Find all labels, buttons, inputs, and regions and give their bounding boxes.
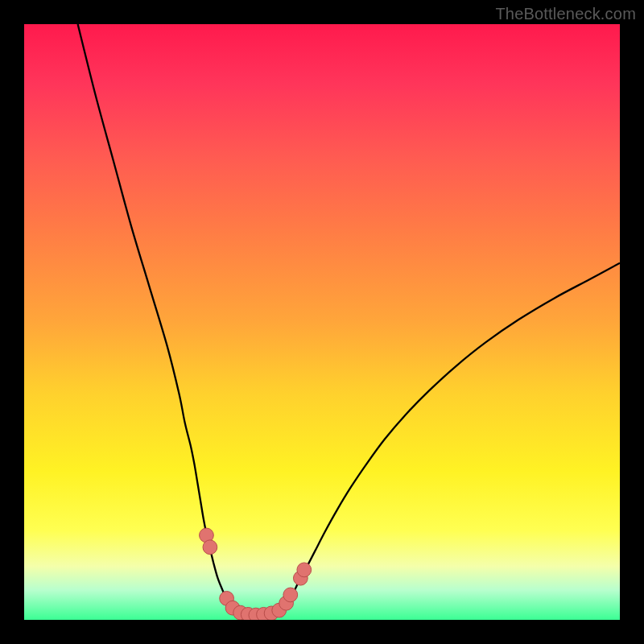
curve-left-branch <box>78 24 233 610</box>
curve-right-branch <box>280 263 620 612</box>
chart-gradient-frame <box>24 24 620 620</box>
data-marker <box>203 540 217 555</box>
watermark-text: TheBottleneck.com <box>495 5 636 23</box>
chart-svg <box>24 24 620 620</box>
data-marker <box>297 563 312 577</box>
data-marker <box>283 588 298 602</box>
